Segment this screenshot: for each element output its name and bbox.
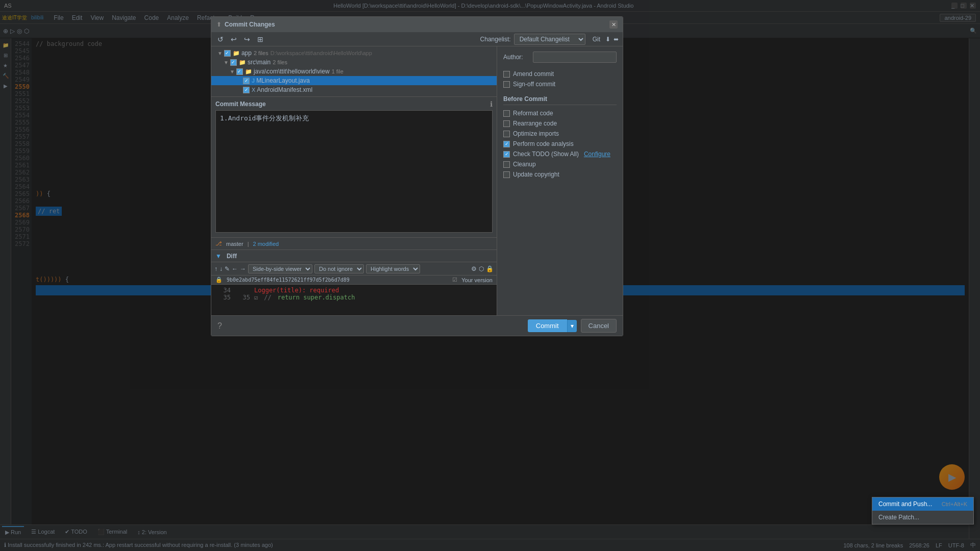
tree-item-app[interactable]: ▼ ✓ 📁 app 2 files D:\workspace\ttit\andr…	[211, 48, 497, 58]
commit-msg-header: Commit Message ℹ	[215, 100, 493, 108]
changelist-dropdown[interactable]: Default Changelist	[514, 34, 585, 45]
commit-message-input[interactable]: 1.Android事件分发机制补充	[215, 110, 493, 233]
diff-settings-btn[interactable]: ⚙	[471, 265, 477, 272]
toolbar-settings-btn[interactable]: ⊞	[255, 34, 265, 44]
code-analysis-checkbox[interactable]: ✓	[503, 141, 510, 147]
checkbox-srcmain[interactable]: ✓	[230, 59, 237, 66]
diff-prev-btn[interactable]: ↑	[214, 265, 217, 272]
checkbox-app[interactable]: ✓	[224, 50, 231, 57]
toolbar-undo-btn[interactable]: ↩	[229, 34, 239, 44]
rearrange-code-row[interactable]: Rearrange code	[503, 118, 617, 129]
diff-left-btn[interactable]: ←	[232, 265, 238, 272]
modified-count: 2 modified	[253, 241, 279, 247]
cleanup-checkbox[interactable]	[503, 161, 510, 168]
tree-item-view[interactable]: ▼ ✓ 📁 java\com\ttit\helloworld\view 1 fi…	[211, 67, 497, 76]
update-copyright-checkbox[interactable]	[503, 171, 510, 178]
expand-srcmain-icon: ▼	[224, 60, 229, 65]
diff-num-right-2: 35	[235, 294, 250, 301]
diff-hash-row: 🔒 9b0e2abd75eff84fe11572621ff97d5f2b6d7d…	[211, 276, 497, 285]
sort-btn[interactable]: ⬇	[605, 36, 610, 43]
amend-commit-row[interactable]: Amend commit	[503, 69, 617, 79]
diff-num-right-1	[235, 287, 250, 294]
filter-btn[interactable]: ⬌	[614, 36, 619, 43]
reformat-code-row[interactable]: Reformat code	[503, 108, 617, 118]
author-row: Author:	[503, 52, 617, 63]
help-icon[interactable]: ?	[217, 321, 222, 331]
optimize-imports-checkbox[interactable]	[503, 131, 510, 137]
diff-ignore-dropdown[interactable]: Do not ignore	[314, 264, 364, 273]
commit-and-push-item[interactable]: Commit and Push... Ctrl+Alt+K	[872, 497, 973, 511]
commit-push-shortcut: Ctrl+Alt+K	[942, 501, 967, 507]
diff-line-1: 34 Logger(title): required	[215, 287, 493, 294]
signoff-commit-checkbox[interactable]	[503, 81, 510, 88]
tree-item-manifest[interactable]: ✓ X AndroidManifest.xml	[211, 85, 497, 94]
diff-edit-btn[interactable]: ✎	[225, 265, 230, 272]
reformat-code-label: Reformat code	[513, 110, 553, 117]
diff-split-btn[interactable]: ⬡	[479, 265, 484, 272]
commit-and-push-label: Commit and Push...	[878, 500, 932, 508]
checkbox-mlinear[interactable]: ✓	[243, 78, 250, 84]
git-label: Git	[593, 36, 600, 43]
diff-lock-btn[interactable]: 🔒	[486, 265, 494, 272]
commit-button[interactable]: Commit	[528, 319, 567, 332]
commit-hash: 9b0e2abd75eff84fe11572621ff97d5f2b6d7d89	[227, 277, 350, 283]
author-input[interactable]	[533, 52, 617, 63]
diff-highlight-dropdown[interactable]: Highlight words	[366, 264, 420, 273]
before-commit-section: Before Commit Reformat code Rearrange co…	[503, 95, 617, 180]
signoff-commit-row[interactable]: Sign-off commit	[503, 79, 617, 89]
reformat-code-checkbox[interactable]	[503, 110, 510, 117]
signoff-commit-label: Sign-off commit	[513, 81, 555, 88]
code-analysis-row[interactable]: ✓ Perform code analysis	[503, 139, 617, 149]
diff-comment: //	[264, 294, 271, 301]
folder-view-icon: 📁	[245, 68, 252, 75]
dialog-close-button[interactable]: ✕	[609, 20, 618, 29]
amend-commit-checkbox[interactable]	[503, 71, 510, 78]
modified-separator: |	[248, 241, 249, 247]
commit-msg-settings-icon[interactable]: ℹ	[490, 100, 493, 108]
version-checkbox[interactable]: ☑	[452, 277, 457, 283]
diff-right-btn[interactable]: →	[240, 265, 246, 272]
create-patch-label: Create Patch...	[878, 514, 919, 521]
tree-item-mlinear[interactable]: ✓ J MLinearLayout.java	[211, 76, 497, 85]
amend-commit-label: Amend commit	[513, 70, 554, 78]
srcmain-label: src\main	[248, 59, 271, 66]
file-panel: ▼ ✓ 📁 app 2 files D:\workspace\ttit\andr…	[211, 46, 497, 315]
option-spacer	[503, 89, 617, 95]
check-todo-row[interactable]: ✓ Check TODO (Show All) Configure	[503, 149, 617, 159]
file-xml-icon: X	[252, 87, 255, 93]
rearrange-code-checkbox[interactable]	[503, 120, 510, 127]
rearrange-code-label: Rearrange code	[513, 120, 557, 127]
update-copyright-row[interactable]: Update copyright	[503, 169, 617, 180]
dialog-body: ▼ ✓ 📁 app 2 files D:\workspace\ttit\andr…	[211, 46, 623, 315]
checkbox-manifest[interactable]: ✓	[243, 87, 250, 93]
diff-section: ▼ Diff ↑ ↓ ✎ ← → Side-by-side viewer Do …	[211, 249, 497, 315]
optimize-imports-row[interactable]: Optimize imports	[503, 129, 617, 139]
dialog-title: Commit Changes	[225, 21, 275, 28]
expand-app-icon: ▼	[217, 51, 223, 56]
branch-icon: ⎇	[215, 240, 222, 247]
folder-app-icon: 📁	[233, 50, 240, 57]
check-todo-label: Check TODO (Show All)	[513, 151, 579, 158]
diff-collapse-icon[interactable]: ▼	[215, 253, 222, 260]
file-java-icon: J	[252, 78, 255, 84]
configure-link[interactable]: Configure	[584, 151, 610, 158]
toolbar-refresh-btn[interactable]: ↺	[215, 34, 226, 44]
commit-dropdown-button[interactable]: ▾	[567, 320, 577, 332]
create-patch-item[interactable]: Create Patch...	[872, 511, 973, 524]
lock-icon-small: 🔒	[215, 277, 223, 283]
dialog-title-bar: ⬆ Commit Changes ✕	[211, 17, 623, 32]
diff-viewer-dropdown[interactable]: Side-by-side viewer	[248, 264, 312, 273]
cleanup-row[interactable]: Cleanup	[503, 159, 617, 169]
cancel-button[interactable]: Cancel	[581, 319, 617, 333]
tree-item-srcmain[interactable]: ▼ ✓ 📁 src\main 2 files	[211, 58, 497, 67]
checkbox-view[interactable]: ✓	[236, 68, 243, 75]
mlinear-label: MLinearLayout.java	[256, 77, 310, 84]
diff-next-btn[interactable]: ↓	[219, 265, 223, 272]
author-label: Author:	[503, 54, 529, 61]
app-label: app	[241, 49, 252, 57]
check-todo-checkbox[interactable]: ✓	[503, 151, 510, 158]
toolbar-redo-btn[interactable]: ↪	[242, 34, 252, 44]
dialog-toolbar: ↺ ↩ ↪ ⊞ Changelist: Default Changelist G…	[211, 32, 623, 46]
file-tree: ▼ ✓ 📁 app 2 files D:\workspace\ttit\andr…	[211, 46, 497, 96]
expand-view-icon: ▼	[230, 69, 235, 74]
